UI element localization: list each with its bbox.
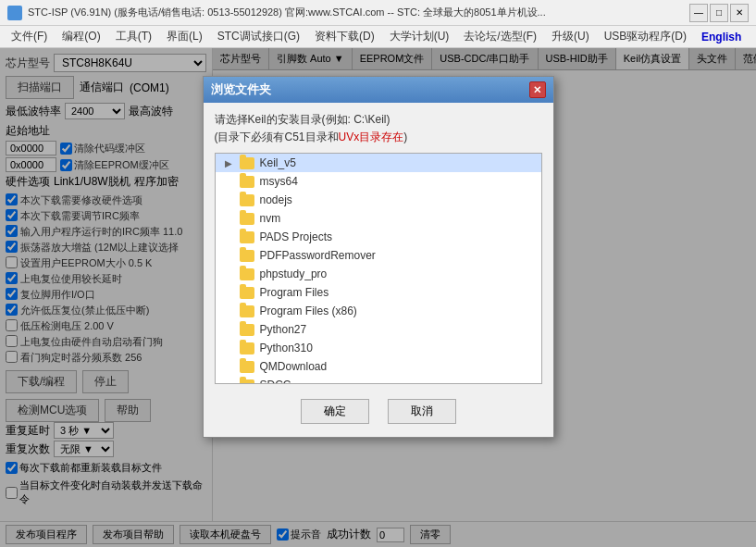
file-name-programfiles: Program Files	[260, 286, 329, 299]
menu-forum[interactable]: 去论坛/选型(F)	[456, 27, 544, 46]
dialog-buttons: 确定 取消	[215, 392, 542, 428]
menu-bar: 文件(F) 编程(O) 工具(T) 界面(L) STC调试接口(G) 资料下载(…	[0, 26, 756, 48]
dialog-title: 浏览文件夹	[211, 81, 529, 98]
file-item-programfilesx86[interactable]: Program Files (x86)	[216, 302, 541, 320]
menu-tools[interactable]: 工具(T)	[108, 27, 159, 46]
dialog-overlay: 浏览文件夹 ✕ 请选择Keil的安装目录(例如: C:\Keil) (目录下必须…	[0, 48, 756, 547]
file-item-sdcc[interactable]: SDCC	[216, 376, 541, 384]
file-item-nvm[interactable]: nvm	[216, 209, 541, 228]
browse-folder-dialog: 浏览文件夹 ✕ 请选择Keil的安装目录(例如: C:\Keil) (目录下必须…	[203, 76, 554, 438]
title-bar: STC-ISP (V6.91N) (服务电话/销售电话: 0513-550129…	[0, 0, 756, 26]
folder-icon-msys	[240, 176, 254, 188]
file-name-keil: Keil_v5	[260, 156, 296, 169]
dialog-instruction-1: 请选择Keil的安装目录(例如: C:\Keil)	[215, 112, 542, 128]
folder-icon-pdf	[240, 250, 254, 262]
folder-icon-pads	[240, 231, 254, 243]
expand-arrow-keil: ▶	[223, 158, 234, 168]
file-item-nodejs[interactable]: nodejs	[216, 191, 541, 209]
confirm-button[interactable]: 确定	[301, 399, 369, 424]
menu-usb-driver[interactable]: USB驱动程序(D)	[597, 27, 694, 46]
file-name-sdcc: SDCC	[260, 379, 291, 384]
dialog-close-button[interactable]: ✕	[529, 81, 546, 98]
file-item-msys64[interactable]: msys64	[216, 172, 541, 191]
folder-icon-programfiles	[240, 287, 254, 299]
menu-download[interactable]: 资料下载(D)	[307, 27, 382, 46]
file-item-python27[interactable]: Python27	[216, 320, 541, 339]
folder-icon-programfilesx86	[240, 305, 254, 317]
menu-program[interactable]: 编程(O)	[55, 27, 107, 46]
folder-icon-qm	[240, 361, 254, 373]
folder-icon-nvm	[240, 213, 254, 225]
dialog-instruction-2: (目录下必须有C51目录和UVx目录存在)	[215, 130, 542, 145]
window-title: STC-ISP (V6.91N) (服务电话/销售电话: 0513-550129…	[28, 6, 689, 19]
close-button[interactable]: ✕	[730, 4, 749, 22]
menu-file[interactable]: 文件(F)	[4, 27, 55, 46]
menu-interface[interactable]: 界面(L)	[159, 27, 210, 46]
minimize-button[interactable]: —	[689, 4, 708, 22]
main-area: 芯片型号 STC8H8K64U 扫描端口 通信端口 (COM1) 最低波特率 2…	[0, 48, 756, 547]
file-item-python310[interactable]: Python310	[216, 339, 541, 357]
file-name-msys: msys64	[260, 175, 298, 188]
file-name-python27: Python27	[260, 323, 307, 336]
folder-icon-nodejs	[240, 194, 254, 206]
folder-icon-sdcc	[240, 379, 254, 385]
file-name-phpstudy: phpstudy_pro	[260, 267, 328, 280]
app-icon	[7, 6, 22, 20]
cancel-button[interactable]: 取消	[388, 399, 456, 424]
folder-icon-python310	[240, 342, 254, 354]
file-name-nvm: nvm	[260, 212, 281, 225]
dialog-content: 请选择Keil的安装目录(例如: C:\Keil) (目录下必须有C51目录和U…	[204, 103, 553, 437]
file-name-python310: Python310	[260, 342, 313, 354]
file-name-nodejs: nodejs	[260, 193, 292, 206]
file-item-pdf[interactable]: PDFPasswordRemover	[216, 246, 541, 265]
file-item-phpstudy[interactable]: phpstudy_pro	[216, 265, 541, 283]
folder-icon-phpstudy	[240, 268, 254, 280]
menu-university[interactable]: 大学计划(U)	[382, 27, 457, 46]
file-item-pads[interactable]: PADS Projects	[216, 228, 541, 246]
file-list[interactable]: ▶ Keil_v5 msys64 nodejs	[215, 153, 542, 384]
file-item-keil-v5[interactable]: ▶ Keil_v5	[216, 154, 541, 172]
menu-english[interactable]: English	[694, 29, 749, 45]
menu-stc-debug[interactable]: STC调试接口(G)	[210, 27, 307, 46]
folder-icon-keil	[240, 157, 254, 169]
file-item-qmdownload[interactable]: QMDownload	[216, 357, 541, 376]
file-name-qm: QMDownload	[260, 360, 328, 373]
file-name-programfilesx86: Program Files (x86)	[260, 305, 357, 317]
folder-icon-python27	[240, 324, 254, 336]
file-name-pads: PADS Projects	[260, 230, 332, 243]
window-controls: — □ ✕	[689, 4, 749, 22]
dialog-title-bar: 浏览文件夹 ✕	[204, 77, 553, 103]
file-item-programfiles[interactable]: Program Files	[216, 283, 541, 302]
file-name-pdf: PDFPasswordRemover	[260, 249, 376, 262]
maximize-button[interactable]: □	[710, 4, 728, 22]
menu-upgrade[interactable]: 升级(U)	[544, 27, 597, 46]
